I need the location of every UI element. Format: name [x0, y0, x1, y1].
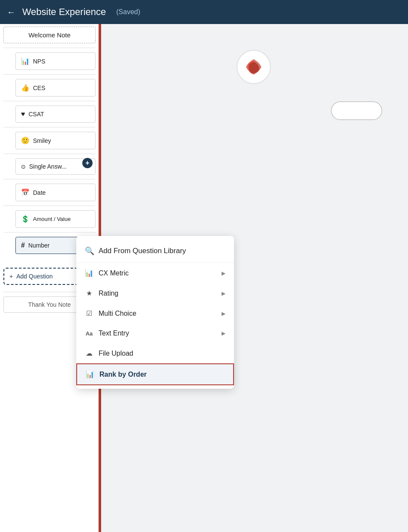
- saved-label: (Saved): [116, 8, 140, 16]
- ces-label: CES: [33, 85, 45, 91]
- sidebar-item-wrapper-6: 6 📅 Date: [0, 181, 99, 204]
- divider-6: [3, 179, 96, 179]
- thank-you-label: Thank You Note: [28, 301, 71, 308]
- qualtrics-logo-icon: [243, 57, 264, 77]
- back-icon: ←: [7, 7, 15, 17]
- sidebar-item-smiley[interactable]: 🙂 Smiley: [15, 132, 96, 149]
- cx-metric-left: 📊 CX Metric: [85, 269, 129, 277]
- cx-metric-label: CX Metric: [99, 269, 129, 277]
- csat-icon: ♥: [21, 110, 25, 118]
- multi-choice-label: Multi Choice: [99, 310, 136, 317]
- add-item-circle[interactable]: +: [82, 158, 93, 168]
- file-upload-item[interactable]: ☁ File Upload: [76, 343, 234, 363]
- rating-left: ★ Rating: [85, 289, 118, 297]
- text-entry-icon: Aa: [85, 330, 93, 337]
- logo-area: [237, 50, 271, 84]
- number-icon: #: [21, 242, 25, 249]
- sidebar-item-csat[interactable]: ♥ CSAT: [15, 106, 96, 123]
- sidebar-item-amount[interactable]: 💲 Amount / Value: [15, 210, 96, 228]
- ces-icon: 👍: [21, 84, 30, 92]
- divider-5: [3, 154, 96, 154]
- welcome-note-item[interactable]: Welcome Note: [3, 27, 96, 43]
- smiley-label: Smiley: [33, 137, 51, 144]
- cx-metric-icon: 📊: [85, 269, 93, 277]
- add-from-library-label: Add From Question Library: [99, 247, 186, 255]
- page-title: Website Experience: [22, 6, 106, 18]
- rating-item[interactable]: ★ Rating ▶: [76, 283, 234, 303]
- rank-by-order-item[interactable]: 📊 Rank by Order: [76, 363, 234, 385]
- cx-metric-item[interactable]: 📊 CX Metric ▶: [76, 263, 234, 283]
- divider-8: [3, 232, 96, 233]
- smiley-icon: 🙂: [21, 136, 30, 145]
- dropdown-menu: 🔍 Add From Question Library 📊 CX Metric …: [76, 236, 234, 389]
- date-label: Date: [33, 189, 46, 196]
- multi-choice-arrow: ▶: [222, 311, 225, 317]
- file-upload-label: File Upload: [99, 350, 133, 357]
- rank-by-order-label: Rank by Order: [99, 371, 147, 378]
- text-entry-arrow: ▶: [222, 330, 225, 336]
- welcome-note-label: Welcome Note: [28, 31, 70, 39]
- add-plus-icon: +: [9, 273, 13, 280]
- toggle-pill[interactable]: [331, 101, 382, 120]
- divider-1: [3, 48, 96, 48]
- rating-icon: ★: [85, 289, 93, 297]
- rating-label: Rating: [99, 290, 118, 297]
- number-label: Number: [28, 242, 50, 249]
- search-icon: 🔍: [85, 246, 94, 256]
- divider-3: [3, 101, 96, 101]
- file-upload-left: ☁ File Upload: [85, 349, 133, 357]
- divider-4: [3, 127, 96, 127]
- plus-icon: +: [85, 159, 89, 167]
- back-button[interactable]: ←: [7, 7, 15, 17]
- nps-icon: 📊: [21, 57, 30, 65]
- sidebar-item-wrapper-2: 2 👍 CES: [0, 76, 99, 99]
- add-question-label: Add Question: [16, 273, 53, 280]
- sidebar-item-wrapper-1: 1 📊 NPS: [0, 50, 99, 73]
- sidebar-item-ces[interactable]: 👍 CES: [15, 79, 96, 97]
- sidebar-item-wrapper-7: 7 💲 Amount / Value: [0, 208, 99, 230]
- text-entry-label: Text Entry: [99, 329, 129, 337]
- multi-choice-item[interactable]: ☑ Multi Choice ▶: [76, 303, 234, 323]
- add-from-library-item[interactable]: 🔍 Add From Question Library: [76, 239, 234, 263]
- divider-2: [3, 74, 96, 75]
- sidebar-item-wrapper-3: 3 ♥ CSAT: [0, 103, 99, 125]
- sidebar-item-date[interactable]: 📅 Date: [15, 184, 96, 201]
- nps-label: NPS: [33, 58, 45, 65]
- multi-choice-icon: ☑: [85, 309, 93, 317]
- rank-by-order-left: 📊 Rank by Order: [86, 370, 147, 378]
- sidebar-item-wrapper-4: 4 🙂 Smiley: [0, 129, 99, 152]
- csat-label: CSAT: [29, 111, 44, 118]
- rank-by-order-icon: 📊: [86, 370, 94, 378]
- multi-choice-left: ☑ Multi Choice: [85, 309, 136, 317]
- rating-arrow: ▶: [222, 290, 225, 296]
- single-answer-icon: ⊙: [21, 163, 26, 170]
- amount-icon: 💲: [21, 215, 30, 223]
- main-layout: Welcome Note 1 📊 NPS 2 👍 CES 3 ♥: [0, 24, 408, 532]
- header: ← Website Experience (Saved): [0, 0, 408, 24]
- sidebar-item-nps[interactable]: 📊 NPS: [15, 52, 96, 70]
- file-upload-icon: ☁: [85, 349, 93, 357]
- cx-metric-arrow: ▶: [222, 270, 225, 276]
- text-entry-item[interactable]: Aa Text Entry ▶: [76, 323, 234, 343]
- amount-label: Amount / Value: [33, 216, 71, 222]
- date-icon: 📅: [21, 188, 30, 196]
- text-entry-left: Aa Text Entry: [85, 329, 129, 337]
- divider-7: [3, 206, 96, 206]
- single-answer-label: Single Answ...: [29, 163, 66, 170]
